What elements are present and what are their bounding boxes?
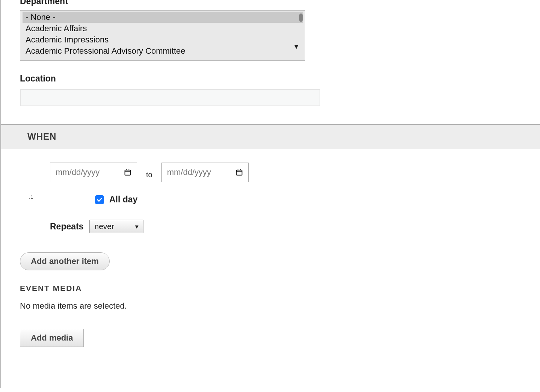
- date-to-label: to: [146, 170, 152, 179]
- date-start-placeholder: mm/dd/yyyy: [56, 167, 124, 177]
- chevron-down-icon: ▼: [134, 223, 140, 230]
- event-media-heading: EVENT MEDIA: [20, 284, 540, 293]
- department-option[interactable]: Academic Professional Advisory Committee: [23, 45, 303, 57]
- date-start-input[interactable]: mm/dd/yyyy: [50, 163, 137, 182]
- event-media-empty-text: No media items are selected.: [20, 301, 540, 311]
- date-end-placeholder: mm/dd/yyyy: [167, 167, 235, 177]
- repeats-label: Repeats: [50, 222, 83, 232]
- location-input[interactable]: [20, 89, 320, 106]
- repeats-value: never: [94, 222, 114, 231]
- svg-rect-4: [236, 170, 242, 175]
- department-label: Department: [20, 0, 540, 6]
- department-option[interactable]: Academic Affairs: [23, 23, 303, 34]
- repeats-select[interactable]: never ▼: [89, 220, 143, 233]
- all-day-checkbox[interactable]: [95, 195, 104, 204]
- department-option[interactable]: Academic Impressions: [23, 34, 303, 45]
- department-option[interactable]: - None -: [23, 12, 303, 23]
- add-another-item-button[interactable]: Add another item: [20, 252, 110, 270]
- when-section-header: WHEN: [1, 124, 540, 149]
- svg-rect-0: [125, 170, 131, 175]
- all-day-label: All day: [109, 194, 137, 205]
- scrollbar-thumb[interactable]: [299, 14, 303, 22]
- calendar-icon: [124, 169, 131, 176]
- date-end-input[interactable]: mm/dd/yyyy: [161, 163, 249, 182]
- location-label: Location: [20, 74, 540, 84]
- add-media-button[interactable]: Add media: [20, 329, 84, 347]
- department-select[interactable]: - None - Academic Affairs Academic Impre…: [20, 10, 305, 61]
- divider: [20, 244, 540, 244]
- calendar-icon: [235, 169, 243, 176]
